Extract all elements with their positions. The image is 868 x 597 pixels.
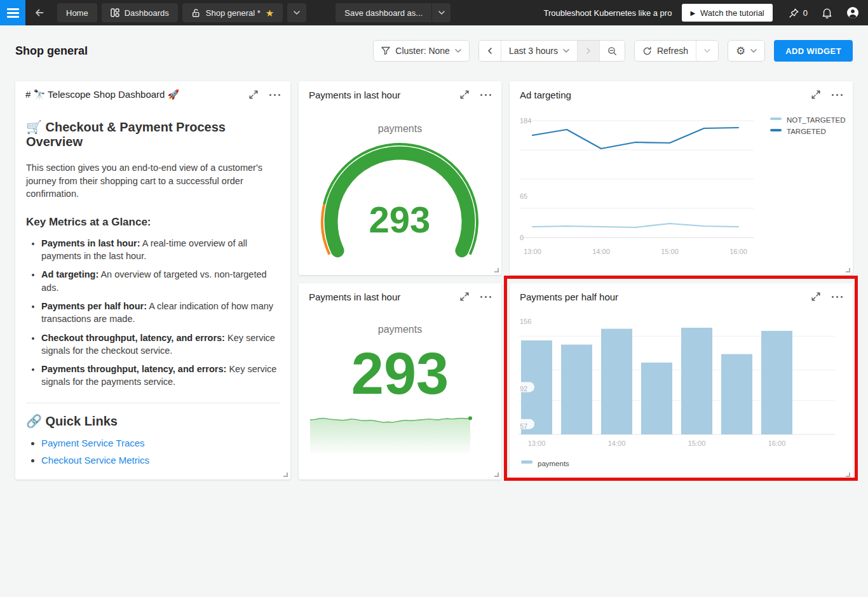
expand-widget-icon[interactable]	[460, 90, 469, 99]
metrics-list: Payments in last hour: A real-time overv…	[26, 237, 280, 389]
pin-icon	[789, 8, 799, 18]
svg-text:16:00: 16:00	[729, 248, 747, 255]
quick-link-item: Checkout Service Metrics	[41, 455, 280, 466]
quick-link[interactable]: Application Health	[41, 472, 118, 473]
lock-open-icon	[191, 8, 201, 18]
widget-menu-button[interactable]	[480, 91, 491, 98]
time-range-button[interactable]: Last 3 hours	[501, 41, 577, 61]
widget-menu-button[interactable]	[269, 91, 280, 98]
svg-text:156: 156	[520, 318, 531, 325]
bell-icon	[822, 7, 832, 18]
save-dashboard-as-button[interactable]: Save dashboard as...	[336, 3, 431, 22]
divider	[26, 403, 280, 403]
quick-links-list: Payment Service TracesCheckout Service M…	[26, 438, 280, 473]
markdown-intro: This section gives you an end-to-end vie…	[26, 161, 280, 201]
hamburger-menu-button[interactable]	[0, 0, 25, 25]
nav-tabs: Home Dashboards Shop general * ★	[57, 3, 306, 22]
metric-term: Ad targeting:	[41, 269, 98, 279]
widget-menu-button[interactable]	[832, 293, 843, 300]
bar	[641, 363, 672, 434]
widget-title: # 🔭 Telescope Shop Dashboard 🚀	[25, 89, 179, 100]
add-widget-button[interactable]: ADD WIDGET	[774, 40, 853, 62]
refresh-button[interactable]: Refresh	[635, 41, 696, 61]
bar	[561, 345, 592, 434]
metric-item: Payments throughput, latency, and errors…	[41, 363, 280, 389]
nav-home-label: Home	[66, 8, 88, 18]
ad-targeting-line-chart: 18465013:0014:0015:0016:00NOT_TARGETEDTA…	[510, 81, 853, 275]
expand-widget-icon[interactable]	[460, 292, 469, 301]
widget-title: Payments in last hour	[309, 292, 400, 302]
chevron-right-icon	[587, 48, 590, 54]
expand-widget-icon[interactable]	[811, 90, 820, 99]
dashboard-settings-button[interactable]: ⚙	[728, 41, 764, 61]
metric-term: Payments per half hour:	[41, 301, 147, 311]
svg-text:57: 57	[520, 422, 527, 430]
quick-link-item: Application Health	[41, 472, 280, 473]
cluster-filter-button[interactable]: Cluster: None	[374, 41, 469, 61]
payments-gauge-chart: 293	[299, 81, 501, 275]
resize-handle[interactable]	[283, 473, 288, 477]
notifications-button[interactable]	[815, 0, 839, 25]
payments-bar-chart: 156925713:0014:0015:0016:00payments	[510, 283, 853, 480]
svg-text:14:00: 14:00	[592, 248, 610, 255]
resize-handle[interactable]	[494, 268, 499, 272]
widget-menu-button[interactable]	[480, 293, 491, 300]
legend-item[interactable]: payments	[521, 460, 569, 467]
time-back-button[interactable]	[479, 41, 501, 61]
metric-item: Ad targeting: An overview of targeted vs…	[41, 268, 280, 294]
quick-links-heading: 🔗 Quick Links	[26, 413, 280, 429]
svg-text:293: 293	[369, 199, 431, 240]
svg-text:NOT_TARGETED: NOT_TARGETED	[787, 116, 845, 124]
avatar-icon	[846, 6, 859, 19]
time-range-label: Last 3 hours	[509, 46, 558, 56]
pinned-items-button[interactable]: 0	[782, 0, 815, 25]
zoom-out-time-button[interactable]	[599, 41, 625, 61]
refresh-options-button[interactable]	[696, 41, 718, 61]
resize-handle[interactable]	[846, 473, 850, 477]
widget-menu-button[interactable]	[832, 91, 843, 98]
nav-current-dashboard-tab[interactable]: Shop general * ★	[182, 3, 283, 22]
quick-link[interactable]: Checkout Service Metrics	[41, 455, 149, 466]
bar	[721, 354, 752, 434]
resize-handle[interactable]	[494, 473, 499, 477]
svg-text:15:00: 15:00	[688, 439, 706, 447]
svg-text:payments: payments	[538, 460, 569, 467]
expand-widget-icon[interactable]	[811, 292, 820, 301]
zoom-out-icon	[607, 46, 617, 56]
cluster-filter-label: Cluster: None	[395, 46, 450, 56]
gear-icon: ⚙	[736, 46, 745, 57]
resize-handle[interactable]	[846, 268, 850, 272]
legend-item[interactable]: NOT_TARGETED	[770, 116, 845, 124]
chevron-down-icon	[455, 49, 461, 53]
markdown-heading: 🛒 Checkout & Payment Process Overview	[26, 119, 280, 149]
favorite-star-icon[interactable]: ★	[266, 8, 274, 18]
dashboard-page: Home Dashboards Shop general * ★ Save da…	[0, 0, 868, 597]
svg-text:13:00: 13:00	[528, 439, 546, 447]
user-avatar-button[interactable]	[839, 0, 868, 25]
back-arrow-icon	[34, 8, 44, 18]
chevron-down-icon	[438, 11, 445, 15]
expand-widget-icon[interactable]	[249, 90, 258, 99]
nav-dashboards-button[interactable]: Dashboards	[102, 3, 178, 22]
widget-title: Ad targeting	[520, 90, 571, 100]
widget-ad-targeting: Ad targeting 18465013:0014:0015:0016:00N…	[510, 81, 853, 275]
back-button[interactable]	[25, 0, 53, 25]
dashboards-icon	[111, 8, 119, 17]
dashboard-tab-menu-button[interactable]	[287, 3, 306, 22]
svg-text:184: 184	[520, 117, 531, 124]
number-series-label: payments	[299, 324, 501, 335]
metric-term: Payments throughput, latency, and errors…	[41, 364, 226, 374]
payments-big-number: 293	[299, 344, 501, 403]
metric-term: Checkout throughput, latency, and errors…	[41, 333, 225, 343]
legend-item[interactable]: TARGETED	[770, 128, 826, 135]
svg-text:13:00: 13:00	[524, 248, 541, 255]
metric-term: Payments in last hour:	[41, 238, 140, 248]
watch-tutorial-button[interactable]: ▶ Watch the tutorial	[682, 4, 772, 22]
nav-home-button[interactable]: Home	[57, 3, 97, 22]
quick-link[interactable]: Payment Service Traces	[41, 438, 145, 448]
svg-text:15:00: 15:00	[661, 248, 679, 255]
save-dashboard-menu-button[interactable]	[431, 3, 451, 22]
metric-item: Payments per half hour: A clear indicati…	[41, 300, 280, 326]
time-forward-button[interactable]	[577, 41, 599, 61]
quick-link-item: Payment Service Traces	[41, 438, 280, 448]
